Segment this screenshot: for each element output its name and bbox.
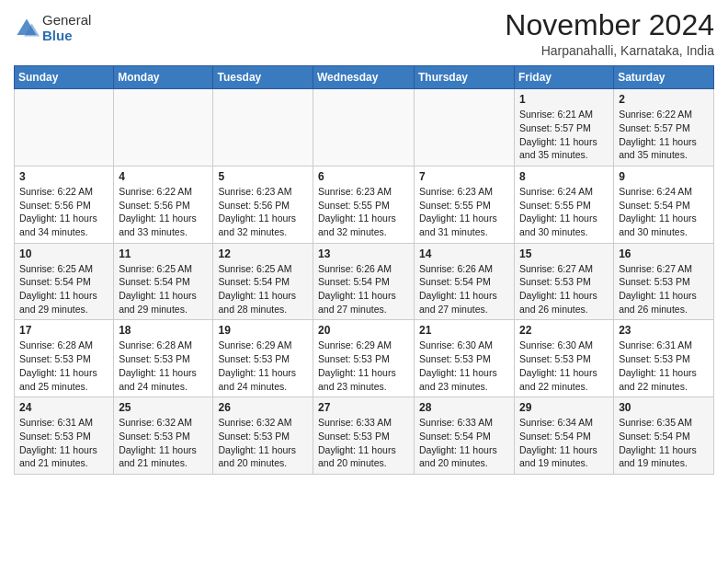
day-cell: 11Sunrise: 6:25 AMSunset: 5:54 PMDayligh…: [114, 243, 213, 320]
day-cell: 12Sunrise: 6:25 AMSunset: 5:54 PMDayligh…: [213, 243, 313, 320]
day-cell: 22Sunrise: 6:30 AMSunset: 5:53 PMDayligh…: [515, 320, 614, 397]
day-info: Sunrise: 6:24 AMSunset: 5:55 PMDaylight:…: [519, 185, 609, 239]
day-number: 23: [619, 324, 709, 337]
day-cell: 21Sunrise: 6:30 AMSunset: 5:53 PMDayligh…: [415, 320, 515, 397]
day-cell: 30Sunrise: 6:35 AMSunset: 5:54 PMDayligh…: [614, 397, 714, 475]
day-number: 9: [619, 170, 709, 183]
day-info: Sunrise: 6:31 AMSunset: 5:53 PMDaylight:…: [619, 339, 709, 393]
day-cell: 4Sunrise: 6:22 AMSunset: 5:56 PMDaylight…: [114, 166, 213, 243]
weekday-header-row: SundayMondayTuesdayWednesdayThursdayFrid…: [15, 66, 714, 89]
day-number: 14: [419, 247, 509, 260]
day-cell: 24Sunrise: 6:31 AMSunset: 5:53 PMDayligh…: [15, 397, 114, 475]
day-info: Sunrise: 6:30 AMSunset: 5:53 PMDaylight:…: [419, 339, 509, 393]
day-cell: 29Sunrise: 6:34 AMSunset: 5:54 PMDayligh…: [515, 397, 614, 475]
day-info: Sunrise: 6:25 AMSunset: 5:54 PMDaylight:…: [218, 262, 308, 316]
day-info: Sunrise: 6:27 AMSunset: 5:53 PMDaylight:…: [619, 262, 709, 316]
page-header: General Blue November 2024 Harpanahalli,…: [14, 9, 714, 58]
week-row-5: 24Sunrise: 6:31 AMSunset: 5:53 PMDayligh…: [15, 397, 714, 475]
day-number: 26: [218, 401, 308, 414]
day-info: Sunrise: 6:30 AMSunset: 5:53 PMDaylight:…: [519, 339, 609, 393]
day-number: 4: [119, 170, 208, 183]
weekday-friday: Friday: [515, 66, 614, 89]
day-cell: 10Sunrise: 6:25 AMSunset: 5:54 PMDayligh…: [15, 243, 114, 320]
month-title: November 2024: [505, 9, 714, 41]
day-number: 2: [619, 93, 709, 106]
title-block: November 2024 Harpanahalli, Karnataka, I…: [505, 9, 714, 58]
day-info: Sunrise: 6:31 AMSunset: 5:53 PMDaylight:…: [19, 416, 108, 470]
day-info: Sunrise: 6:32 AMSunset: 5:53 PMDaylight:…: [218, 416, 308, 470]
day-number: 18: [119, 324, 208, 337]
weekday-tuesday: Tuesday: [213, 66, 313, 89]
day-number: 28: [419, 401, 509, 414]
day-number: 22: [519, 324, 609, 337]
day-number: 8: [519, 170, 609, 183]
day-info: Sunrise: 6:26 AMSunset: 5:54 PMDaylight:…: [318, 262, 409, 316]
day-info: Sunrise: 6:32 AMSunset: 5:53 PMDaylight:…: [119, 416, 208, 470]
day-cell: 25Sunrise: 6:32 AMSunset: 5:53 PMDayligh…: [114, 397, 213, 475]
location: Harpanahalli, Karnataka, India: [505, 43, 714, 58]
day-number: 30: [619, 401, 709, 414]
day-info: Sunrise: 6:25 AMSunset: 5:54 PMDaylight:…: [119, 262, 208, 316]
day-cell: [313, 89, 415, 167]
weekday-sunday: Sunday: [15, 66, 114, 89]
day-cell: [213, 89, 313, 167]
day-info: Sunrise: 6:26 AMSunset: 5:54 PMDaylight:…: [419, 262, 509, 316]
day-number: 5: [218, 170, 308, 183]
logo-general: General: [42, 13, 91, 29]
day-cell: 9Sunrise: 6:24 AMSunset: 5:54 PMDaylight…: [614, 166, 714, 243]
day-cell: 16Sunrise: 6:27 AMSunset: 5:53 PMDayligh…: [614, 243, 714, 320]
day-cell: 13Sunrise: 6:26 AMSunset: 5:54 PMDayligh…: [313, 243, 415, 320]
day-number: 25: [119, 401, 208, 414]
day-info: Sunrise: 6:35 AMSunset: 5:54 PMDaylight:…: [619, 416, 709, 470]
day-info: Sunrise: 6:23 AMSunset: 5:55 PMDaylight:…: [318, 185, 409, 239]
day-info: Sunrise: 6:23 AMSunset: 5:56 PMDaylight:…: [218, 185, 308, 239]
weekday-saturday: Saturday: [614, 66, 714, 89]
day-info: Sunrise: 6:34 AMSunset: 5:54 PMDaylight:…: [519, 416, 609, 470]
logo-icon: [14, 16, 40, 41]
day-number: 3: [19, 170, 108, 183]
day-info: Sunrise: 6:22 AMSunset: 5:57 PMDaylight:…: [619, 108, 709, 162]
day-cell: 8Sunrise: 6:24 AMSunset: 5:55 PMDaylight…: [515, 166, 614, 243]
calendar-page: General Blue November 2024 Harpanahalli,…: [0, 0, 728, 563]
weekday-thursday: Thursday: [415, 66, 515, 89]
week-row-4: 17Sunrise: 6:28 AMSunset: 5:53 PMDayligh…: [15, 320, 714, 397]
day-cell: 23Sunrise: 6:31 AMSunset: 5:53 PMDayligh…: [614, 320, 714, 397]
day-cell: 3Sunrise: 6:22 AMSunset: 5:56 PMDaylight…: [15, 166, 114, 243]
day-cell: 15Sunrise: 6:27 AMSunset: 5:53 PMDayligh…: [515, 243, 614, 320]
logo-blue: Blue: [42, 29, 91, 44]
day-info: Sunrise: 6:29 AMSunset: 5:53 PMDaylight:…: [218, 339, 308, 393]
day-number: 21: [419, 324, 509, 337]
day-cell: 6Sunrise: 6:23 AMSunset: 5:55 PMDaylight…: [313, 166, 415, 243]
day-info: Sunrise: 6:28 AMSunset: 5:53 PMDaylight:…: [119, 339, 208, 393]
day-info: Sunrise: 6:21 AMSunset: 5:57 PMDaylight:…: [519, 108, 609, 162]
day-info: Sunrise: 6:29 AMSunset: 5:53 PMDaylight:…: [318, 339, 409, 393]
day-number: 6: [318, 170, 409, 183]
day-cell: 14Sunrise: 6:26 AMSunset: 5:54 PMDayligh…: [415, 243, 515, 320]
day-number: 15: [519, 247, 609, 260]
day-cell: 27Sunrise: 6:33 AMSunset: 5:53 PMDayligh…: [313, 397, 415, 475]
week-row-1: 1Sunrise: 6:21 AMSunset: 5:57 PMDaylight…: [15, 89, 714, 167]
day-info: Sunrise: 6:27 AMSunset: 5:53 PMDaylight:…: [519, 262, 609, 316]
week-row-3: 10Sunrise: 6:25 AMSunset: 5:54 PMDayligh…: [15, 243, 714, 320]
day-number: 11: [119, 247, 208, 260]
day-info: Sunrise: 6:23 AMSunset: 5:55 PMDaylight:…: [419, 185, 509, 239]
day-number: 7: [419, 170, 509, 183]
calendar-table: SundayMondayTuesdayWednesdayThursdayFrid…: [14, 65, 714, 475]
day-info: Sunrise: 6:28 AMSunset: 5:53 PMDaylight:…: [19, 339, 108, 393]
weekday-monday: Monday: [114, 66, 213, 89]
day-cell: [415, 89, 515, 167]
day-info: Sunrise: 6:33 AMSunset: 5:54 PMDaylight:…: [419, 416, 509, 470]
weekday-wednesday: Wednesday: [313, 66, 415, 89]
logo: General Blue: [14, 13, 91, 43]
logo-text: General Blue: [42, 13, 91, 43]
day-info: Sunrise: 6:22 AMSunset: 5:56 PMDaylight:…: [19, 185, 108, 239]
day-cell: [114, 89, 213, 167]
day-number: 27: [318, 401, 409, 414]
day-cell: 18Sunrise: 6:28 AMSunset: 5:53 PMDayligh…: [114, 320, 213, 397]
day-info: Sunrise: 6:25 AMSunset: 5:54 PMDaylight:…: [19, 262, 108, 316]
day-number: 24: [19, 401, 108, 414]
day-cell: 7Sunrise: 6:23 AMSunset: 5:55 PMDaylight…: [415, 166, 515, 243]
day-cell: 17Sunrise: 6:28 AMSunset: 5:53 PMDayligh…: [15, 320, 114, 397]
day-cell: 28Sunrise: 6:33 AMSunset: 5:54 PMDayligh…: [415, 397, 515, 475]
day-number: 12: [218, 247, 308, 260]
